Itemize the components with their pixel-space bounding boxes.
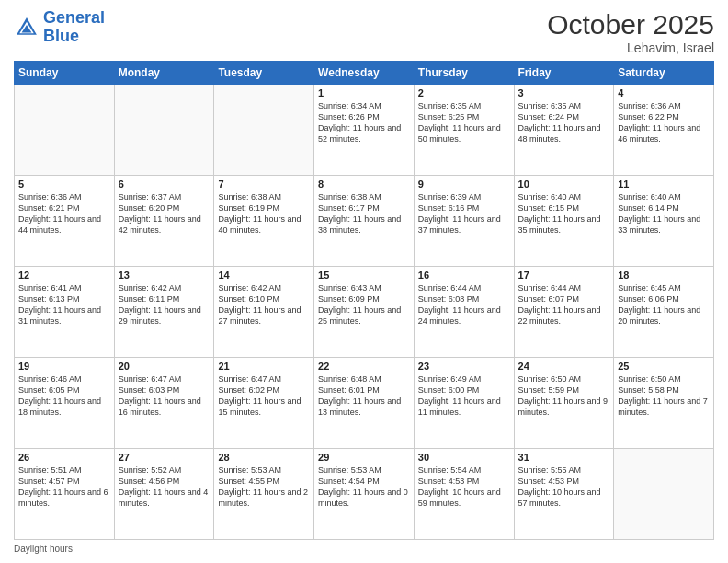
- calendar-cell: 12Sunrise: 6:41 AM Sunset: 6:13 PM Dayli…: [15, 267, 115, 358]
- day-number: 30: [418, 452, 510, 463]
- calendar-cell: [15, 85, 115, 176]
- day-number: 8: [318, 178, 410, 190]
- day-number: 26: [18, 452, 110, 463]
- day-info: Sunrise: 6:35 AM Sunset: 6:24 PM Dayligh…: [518, 100, 610, 145]
- day-number: 24: [518, 361, 610, 372]
- calendar-cell: 8Sunrise: 6:38 AM Sunset: 6:17 PM Daylig…: [314, 176, 415, 267]
- weekday-header: Monday: [114, 62, 214, 85]
- day-number: 18: [618, 270, 710, 281]
- day-info: Sunrise: 6:34 AM Sunset: 6:26 PM Dayligh…: [318, 100, 410, 145]
- calendar-cell: 15Sunrise: 6:43 AM Sunset: 6:09 PM Dayli…: [314, 267, 415, 358]
- calendar-cell: 16Sunrise: 6:44 AM Sunset: 6:08 PM Dayli…: [414, 267, 514, 358]
- day-number: 6: [119, 178, 210, 190]
- day-info: Sunrise: 6:40 AM Sunset: 6:15 PM Dayligh…: [518, 191, 610, 236]
- calendar-cell: 18Sunrise: 6:45 AM Sunset: 6:06 PM Dayli…: [614, 267, 714, 358]
- daylight-label: Daylight hours: [14, 544, 73, 554]
- day-info: Sunrise: 5:51 AM Sunset: 4:57 PM Dayligh…: [18, 465, 110, 510]
- calendar-cell: 17Sunrise: 6:44 AM Sunset: 6:07 PM Dayli…: [514, 267, 614, 358]
- day-info: Sunrise: 5:55 AM Sunset: 4:53 PM Dayligh…: [518, 465, 610, 510]
- weekday-header: Friday: [514, 62, 614, 85]
- logo-icon: [14, 15, 40, 40]
- calendar-cell: 6Sunrise: 6:37 AM Sunset: 6:20 PM Daylig…: [114, 176, 214, 267]
- weekday-header: Saturday: [614, 62, 714, 85]
- calendar-cell: 25Sunrise: 6:50 AM Sunset: 5:58 PM Dayli…: [614, 358, 714, 449]
- title-block: October 2025 Lehavim, Israel: [547, 9, 714, 55]
- day-info: Sunrise: 6:38 AM Sunset: 6:19 PM Dayligh…: [218, 191, 310, 236]
- day-number: 12: [18, 270, 110, 281]
- day-info: Sunrise: 5:52 AM Sunset: 4:56 PM Dayligh…: [119, 465, 210, 510]
- day-number: 20: [119, 361, 210, 372]
- month-title: October 2025: [547, 9, 714, 40]
- calendar-cell: 19Sunrise: 6:46 AM Sunset: 6:05 PM Dayli…: [15, 358, 115, 449]
- day-info: Sunrise: 6:37 AM Sunset: 6:20 PM Dayligh…: [119, 191, 210, 236]
- calendar-cell: 24Sunrise: 6:50 AM Sunset: 5:59 PM Dayli…: [514, 358, 614, 449]
- day-info: Sunrise: 6:46 AM Sunset: 6:05 PM Dayligh…: [18, 373, 110, 419]
- calendar-week-row: 1Sunrise: 6:34 AM Sunset: 6:26 PM Daylig…: [15, 85, 714, 176]
- day-info: Sunrise: 5:53 AM Sunset: 4:54 PM Dayligh…: [318, 465, 410, 510]
- calendar-table: SundayMondayTuesdayWednesdayThursdayFrid…: [14, 61, 714, 540]
- weekday-header: Thursday: [414, 62, 514, 85]
- calendar-cell: 30Sunrise: 5:54 AM Sunset: 4:53 PM Dayli…: [414, 449, 514, 540]
- day-number: 2: [418, 87, 510, 98]
- calendar-cell: 3Sunrise: 6:35 AM Sunset: 6:24 PM Daylig…: [514, 85, 614, 176]
- day-number: 7: [218, 178, 310, 190]
- day-number: 25: [618, 361, 710, 372]
- day-info: Sunrise: 6:42 AM Sunset: 6:11 PM Dayligh…: [119, 282, 210, 327]
- day-info: Sunrise: 6:38 AM Sunset: 6:17 PM Dayligh…: [318, 191, 410, 236]
- day-info: Sunrise: 5:53 AM Sunset: 4:55 PM Dayligh…: [218, 465, 310, 510]
- day-number: 19: [18, 361, 110, 372]
- day-info: Sunrise: 6:44 AM Sunset: 6:07 PM Dayligh…: [518, 282, 610, 327]
- day-number: 5: [18, 178, 110, 190]
- day-number: 15: [318, 270, 410, 281]
- day-number: 22: [318, 361, 410, 372]
- calendar-cell: 1Sunrise: 6:34 AM Sunset: 6:26 PM Daylig…: [314, 85, 415, 176]
- day-number: 13: [119, 270, 210, 281]
- day-info: Sunrise: 6:50 AM Sunset: 5:58 PM Dayligh…: [618, 373, 710, 419]
- calendar-cell: 20Sunrise: 6:47 AM Sunset: 6:03 PM Dayli…: [114, 358, 214, 449]
- calendar-cell: 14Sunrise: 6:42 AM Sunset: 6:10 PM Dayli…: [214, 267, 314, 358]
- day-number: 1: [318, 87, 410, 98]
- day-number: 29: [318, 452, 410, 463]
- day-number: 17: [518, 270, 610, 281]
- day-number: 31: [518, 452, 610, 463]
- day-number: 11: [618, 178, 710, 190]
- page: General Blue October 2025 Lehavim, Israe…: [0, 0, 728, 563]
- location: Lehavim, Israel: [547, 40, 714, 55]
- day-info: Sunrise: 6:43 AM Sunset: 6:09 PM Dayligh…: [318, 282, 410, 327]
- day-number: 4: [618, 87, 710, 98]
- calendar-cell: 4Sunrise: 6:36 AM Sunset: 6:22 PM Daylig…: [614, 85, 714, 176]
- header: General Blue October 2025 Lehavim, Israe…: [14, 9, 714, 55]
- day-info: Sunrise: 5:54 AM Sunset: 4:53 PM Dayligh…: [418, 465, 510, 510]
- day-number: 16: [418, 270, 510, 281]
- logo-text: General Blue: [43, 9, 105, 46]
- day-info: Sunrise: 6:47 AM Sunset: 6:02 PM Dayligh…: [218, 373, 310, 419]
- day-number: 28: [218, 452, 310, 463]
- day-info: Sunrise: 6:49 AM Sunset: 6:00 PM Dayligh…: [418, 373, 510, 419]
- logo-blue: Blue: [43, 28, 105, 46]
- calendar-cell: 13Sunrise: 6:42 AM Sunset: 6:11 PM Dayli…: [114, 267, 214, 358]
- footer-note: Daylight hours: [14, 544, 714, 554]
- calendar-cell: 21Sunrise: 6:47 AM Sunset: 6:02 PM Dayli…: [214, 358, 314, 449]
- day-info: Sunrise: 6:45 AM Sunset: 6:06 PM Dayligh…: [618, 282, 710, 327]
- calendar-cell: 7Sunrise: 6:38 AM Sunset: 6:19 PM Daylig…: [214, 176, 314, 267]
- calendar-cell: [114, 85, 214, 176]
- day-info: Sunrise: 6:35 AM Sunset: 6:25 PM Dayligh…: [418, 100, 510, 145]
- day-number: 10: [518, 178, 610, 190]
- day-number: 23: [418, 361, 510, 372]
- day-info: Sunrise: 6:39 AM Sunset: 6:16 PM Dayligh…: [418, 191, 510, 236]
- day-info: Sunrise: 6:36 AM Sunset: 6:22 PM Dayligh…: [618, 100, 710, 145]
- calendar-cell: 22Sunrise: 6:48 AM Sunset: 6:01 PM Dayli…: [314, 358, 415, 449]
- weekday-header: Tuesday: [214, 62, 314, 85]
- day-number: 27: [119, 452, 210, 463]
- logo: General Blue: [14, 9, 105, 46]
- weekday-header: Wednesday: [314, 62, 415, 85]
- calendar-cell: [614, 449, 714, 540]
- day-number: 21: [218, 361, 310, 372]
- day-info: Sunrise: 6:36 AM Sunset: 6:21 PM Dayligh…: [18, 191, 110, 236]
- calendar-week-row: 26Sunrise: 5:51 AM Sunset: 4:57 PM Dayli…: [15, 449, 714, 540]
- logo-general: General: [43, 8, 105, 27]
- calendar-cell: 26Sunrise: 5:51 AM Sunset: 4:57 PM Dayli…: [15, 449, 115, 540]
- calendar-cell: 11Sunrise: 6:40 AM Sunset: 6:14 PM Dayli…: [614, 176, 714, 267]
- calendar-cell: 2Sunrise: 6:35 AM Sunset: 6:25 PM Daylig…: [414, 85, 514, 176]
- weekday-header: Sunday: [15, 62, 115, 85]
